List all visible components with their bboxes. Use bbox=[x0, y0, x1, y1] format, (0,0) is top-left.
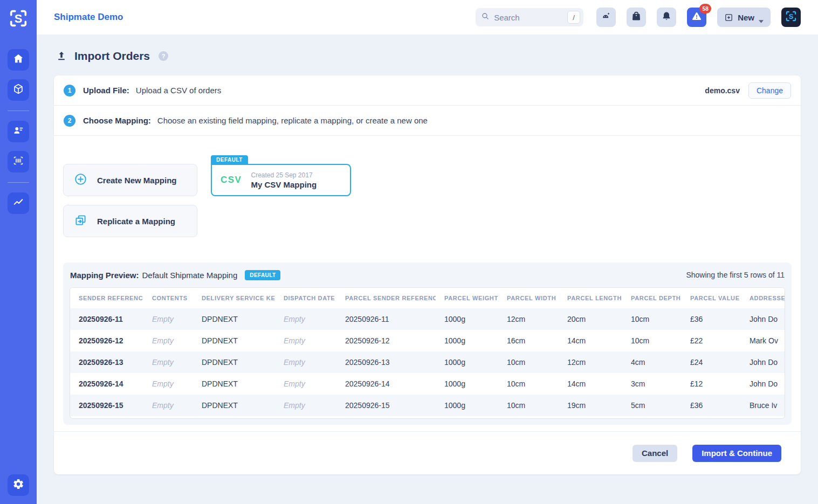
table-cell: 1000g bbox=[436, 351, 498, 373]
mapping-created-date: Created 25 Sep 2017 bbox=[251, 171, 317, 179]
table-cell: 14cm bbox=[559, 373, 622, 395]
step-upload-file: 1 Upload File: Upload a CSV of orders de… bbox=[54, 75, 801, 106]
mapping-section: Create New Mapping Replicate a Mapping D… bbox=[54, 136, 801, 263]
table-cell: 12cm bbox=[498, 308, 559, 330]
table-cell: 20250926-11 bbox=[70, 308, 143, 330]
step-description: Choose an existing field mapping, replic… bbox=[157, 116, 428, 125]
table-column-header: SENDER REFERENCE bbox=[70, 288, 143, 308]
step-number-badge: 1 bbox=[64, 85, 75, 96]
sidebar-divider bbox=[8, 182, 29, 183]
table-cell: Empty bbox=[275, 373, 336, 395]
sidebar-item-analytics[interactable] bbox=[8, 192, 29, 214]
table-column-header: DISPATCH DATE bbox=[275, 288, 336, 308]
mapping-options-column: Create New Mapping Replicate a Mapping bbox=[63, 164, 197, 237]
package-icon bbox=[12, 83, 24, 97]
table-cell: Empty bbox=[143, 330, 193, 351]
replicate-mapping-button[interactable]: Replicate a Mapping bbox=[63, 205, 197, 237]
step-number-badge: 2 bbox=[64, 115, 75, 127]
import-continue-button[interactable]: Import & Continue bbox=[692, 445, 781, 462]
table-column-header: PARCEL SENDER REFERENCE bbox=[336, 288, 436, 308]
table-cell: 20250926-12 bbox=[70, 330, 143, 351]
table-column-header: PARCEL WIDTH bbox=[498, 288, 559, 308]
sidebar-item-contacts[interactable] bbox=[8, 121, 29, 142]
search-input[interactable] bbox=[494, 13, 563, 22]
table-cell: 1000g bbox=[436, 395, 498, 416]
new-button[interactable]: New bbox=[717, 8, 771, 27]
search-box[interactable]: / bbox=[476, 8, 583, 26]
table-cell: Bruce Iv bbox=[741, 395, 785, 416]
mapping-name: My CSV Mapping bbox=[251, 180, 317, 189]
upload-icon bbox=[56, 51, 67, 61]
table-column-header: PARCEL LENGTH bbox=[559, 288, 622, 308]
preview-header: Mapping Preview: Default Shipmate Mappin… bbox=[63, 263, 792, 287]
step-choose-mapping: 2 Choose Mapping: Choose an existing fie… bbox=[54, 106, 801, 136]
table-cell: 20250926-15 bbox=[70, 395, 143, 416]
alerts-count-badge: 58 bbox=[699, 4, 711, 13]
table-cell: DPDNEXT bbox=[193, 373, 275, 395]
ai-assistant-button[interactable] bbox=[596, 8, 616, 27]
table-cell: 20250926-11 bbox=[336, 308, 436, 330]
top-header: Shipmate Demo / 58 New S bbox=[37, 0, 818, 34]
preview-mapping-name: Default Shipmate Mapping bbox=[142, 271, 238, 280]
table-cell: £12 bbox=[682, 373, 741, 395]
default-badge: DEFAULT bbox=[245, 270, 280, 280]
rows-info: Showing the first 5 rows of 11 bbox=[686, 271, 785, 279]
shipmate-account-logo-icon: S bbox=[784, 9, 798, 25]
table-cell: 20250926-15 bbox=[336, 395, 436, 416]
chevron-down-icon bbox=[759, 16, 764, 19]
table-cell: John Do bbox=[741, 308, 785, 330]
selected-mapping-card[interactable]: CSV Created 25 Sep 2017 My CSV Mapping bbox=[211, 164, 351, 196]
table-header-row: SENDER REFERENCECONTENTSDELIVERY SERVICE… bbox=[70, 288, 785, 308]
header-actions: 58 New S bbox=[596, 8, 801, 27]
cancel-button[interactable]: Cancel bbox=[633, 445, 677, 462]
table-cell: 10cm bbox=[622, 308, 682, 330]
brand-link[interactable]: Shipmate Demo bbox=[54, 12, 123, 23]
table-cell: DPDNEXT bbox=[193, 351, 275, 373]
table-cell: 20250926-14 bbox=[70, 373, 143, 395]
table-cell: John Do bbox=[741, 373, 785, 395]
table-row: 20250926-15EmptyDPDNEXTEmpty20250926-151… bbox=[70, 395, 785, 416]
card-footer: Cancel Import & Continue bbox=[54, 431, 801, 474]
table-column-header: PARCEL VALUE bbox=[682, 288, 741, 308]
sidebar-nav bbox=[8, 49, 29, 214]
alerts-button[interactable]: 58 bbox=[687, 8, 706, 27]
table-cell: 20250926-13 bbox=[336, 351, 436, 373]
table-cell: 20250926-14 bbox=[336, 373, 436, 395]
table-cell: Empty bbox=[275, 330, 336, 351]
table-cell: 19cm bbox=[559, 395, 622, 416]
table-row: 20250926-13EmptyDPDNEXTEmpty20250926-131… bbox=[70, 351, 785, 373]
help-icon[interactable]: ? bbox=[159, 51, 168, 61]
notifications-button[interactable] bbox=[657, 8, 676, 27]
table-cell: £36 bbox=[682, 308, 741, 330]
table-cell: Empty bbox=[275, 351, 336, 373]
replicate-mapping-label: Replicate a Mapping bbox=[97, 217, 175, 226]
table-cell: 4cm bbox=[622, 351, 682, 373]
sidebar-divider bbox=[8, 111, 29, 111]
create-new-mapping-button[interactable]: Create New Mapping bbox=[63, 164, 197, 196]
sidebar-item-home[interactable] bbox=[8, 49, 29, 71]
table-cell: 14cm bbox=[559, 330, 622, 351]
search-shortcut-key: / bbox=[567, 11, 580, 24]
table-cell: Empty bbox=[143, 395, 193, 416]
table-cell: 10cm bbox=[498, 395, 559, 416]
page-title: Import Orders bbox=[74, 50, 150, 63]
account-button[interactable]: S bbox=[781, 8, 801, 27]
change-file-button[interactable]: Change bbox=[748, 82, 791, 99]
table-cell: 1000g bbox=[436, 330, 498, 351]
table-cell: 5cm bbox=[622, 395, 682, 416]
contacts-icon bbox=[12, 125, 24, 139]
sidebar-item-settings[interactable] bbox=[8, 474, 29, 496]
search-icon bbox=[481, 12, 490, 23]
sidebar-item-shipments[interactable] bbox=[8, 79, 29, 101]
table-cell: Empty bbox=[143, 373, 193, 395]
store-button[interactable] bbox=[627, 8, 646, 27]
page-title-row: Import Orders ? bbox=[56, 50, 801, 63]
step-label: Upload File: bbox=[83, 86, 129, 95]
shopping-bag-icon bbox=[631, 11, 642, 24]
shipmate-logo-icon[interactable]: S bbox=[8, 8, 29, 29]
default-tab-badge: DEFAULT bbox=[211, 155, 248, 165]
create-new-mapping-label: Create New Mapping bbox=[97, 176, 177, 185]
sidebar-item-scan[interactable] bbox=[8, 151, 29, 172]
table-cell: Empty bbox=[143, 308, 193, 330]
table-cell: 20cm bbox=[559, 308, 622, 330]
